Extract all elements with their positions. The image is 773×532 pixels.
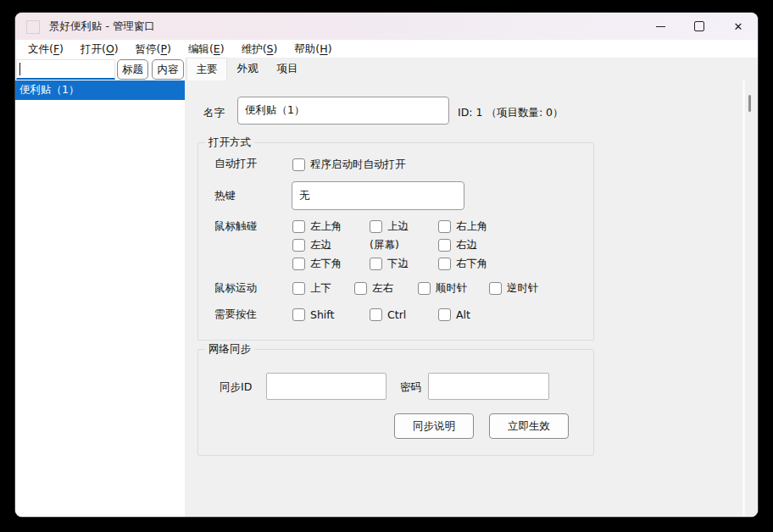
hotkey-input[interactable]: 无 <box>292 181 464 210</box>
checkbox-bottom-right[interactable]: 右下角 <box>438 255 488 272</box>
name-input[interactable]: 便利贴（1） <box>237 97 449 125</box>
id-info: ID: 1 （项目数量: 0） <box>458 106 564 120</box>
network-sync-group: 网络同步 <box>197 349 594 456</box>
checkbox-icon <box>292 282 305 295</box>
checkbox-ctrl[interactable]: Ctrl <box>370 306 406 323</box>
sync-id-label: 同步ID <box>220 380 252 395</box>
checkbox-icon <box>292 258 305 270</box>
name-label: 名字 <box>203 106 225 120</box>
scrollbar-track[interactable] <box>745 80 758 517</box>
checkbox-icon <box>438 258 451 270</box>
checkbox-icon <box>418 282 431 295</box>
apply-now-button[interactable]: 立即生效 <box>489 413 569 439</box>
checkbox-clockwise[interactable]: 顺时针 <box>418 280 468 296</box>
menu-pause[interactable]: 暂停(P) <box>128 41 179 58</box>
close-button[interactable]: ✕ <box>719 13 758 40</box>
maximize-icon <box>694 21 704 31</box>
checkbox-icon <box>292 220 305 233</box>
app-window: 景好便利贴 - 管理窗口 ✕ 文件(F) 打开(O) 暂停(P) 编辑(E) 维… <box>15 13 758 517</box>
tab-main[interactable]: 主要 <box>186 58 227 80</box>
minimize-icon <box>656 26 665 27</box>
menu-maintain[interactable]: 维护(S) <box>234 41 286 58</box>
hotkey-label: 热键 <box>214 189 236 203</box>
checkbox-icon <box>438 220 451 233</box>
checkbox-top-edge[interactable]: 上边 <box>370 218 409 235</box>
note-list: 便利贴（1） <box>15 80 185 517</box>
checkbox-right-edge[interactable]: 右边 <box>438 236 477 253</box>
checkbox-icon <box>438 239 451 252</box>
sync-id-input[interactable] <box>266 373 386 400</box>
open-method-group-title: 打开方式 <box>205 136 254 150</box>
window-title: 景好便利贴 - 管理窗口 <box>49 19 155 34</box>
list-item-note[interactable]: 便利贴（1） <box>15 80 185 100</box>
app-icon <box>26 20 40 34</box>
sync-help-button[interactable]: 同步说明 <box>394 413 474 439</box>
filter-content-button[interactable]: 内容 <box>152 59 184 80</box>
checkbox-icon <box>292 239 305 252</box>
checkbox-icon <box>292 158 305 171</box>
mouse-touch-label: 鼠标触碰 <box>214 219 257 234</box>
checkbox-alt[interactable]: Alt <box>438 306 470 323</box>
tab-appearance[interactable]: 外观 <box>227 58 268 80</box>
title-bar: 景好便利贴 - 管理窗口 ✕ <box>15 13 758 40</box>
close-icon: ✕ <box>734 21 743 32</box>
tab-items[interactable]: 项目 <box>268 58 307 80</box>
password-input[interactable] <box>428 373 549 400</box>
checkbox-icon <box>489 282 502 295</box>
checkbox-left-edge[interactable]: 左边 <box>292 236 331 253</box>
checkbox-bottom-edge[interactable]: 下边 <box>370 255 409 272</box>
auto-open-label: 自动打开 <box>214 157 257 171</box>
network-sync-group-title: 网络同步 <box>205 342 254 357</box>
checkbox-icon <box>370 258 382 270</box>
checkbox-left-right[interactable]: 左右 <box>354 280 393 296</box>
checkbox-auto-open[interactable]: 程序启动时自动打开 <box>292 156 406 173</box>
menu-edit[interactable]: 编辑(E) <box>181 41 232 58</box>
checkbox-icon <box>438 308 451 321</box>
checkbox-bottom-left[interactable]: 左下角 <box>292 255 342 272</box>
checkbox-icon <box>354 282 367 295</box>
checkbox-top-right[interactable]: 右上角 <box>438 218 488 235</box>
maximize-button[interactable] <box>680 13 719 40</box>
search-input[interactable] <box>16 59 115 80</box>
checkbox-top-left[interactable]: 左上角 <box>292 218 342 235</box>
checkbox-icon <box>370 220 382 233</box>
minimize-button[interactable] <box>641 13 680 40</box>
scrollbar-thumb[interactable] <box>748 95 751 112</box>
checkbox-counterclockwise[interactable]: 逆时针 <box>489 280 539 296</box>
text-caret <box>19 63 20 75</box>
filter-title-button[interactable]: 标题 <box>117 59 148 80</box>
checkbox-shift[interactable]: Shift <box>292 306 334 323</box>
mouse-motion-label: 鼠标运动 <box>214 281 257 296</box>
menu-file[interactable]: 文件(F) <box>20 41 71 58</box>
checkbox-icon <box>370 308 382 321</box>
checkbox-up-down[interactable]: 上下 <box>292 280 331 296</box>
menu-help[interactable]: 帮助(H) <box>286 41 339 58</box>
modifier-label: 需要按住 <box>214 308 257 322</box>
menu-bar: 文件(F) 打开(O) 暂停(P) 编辑(E) 维护(S) 帮助(H) <box>15 40 758 59</box>
menu-open[interactable]: 打开(O) <box>73 41 126 58</box>
screen-hint-label: (屏幕) <box>370 238 399 252</box>
checkbox-icon <box>292 308 305 321</box>
password-label: 密码 <box>400 380 421 395</box>
